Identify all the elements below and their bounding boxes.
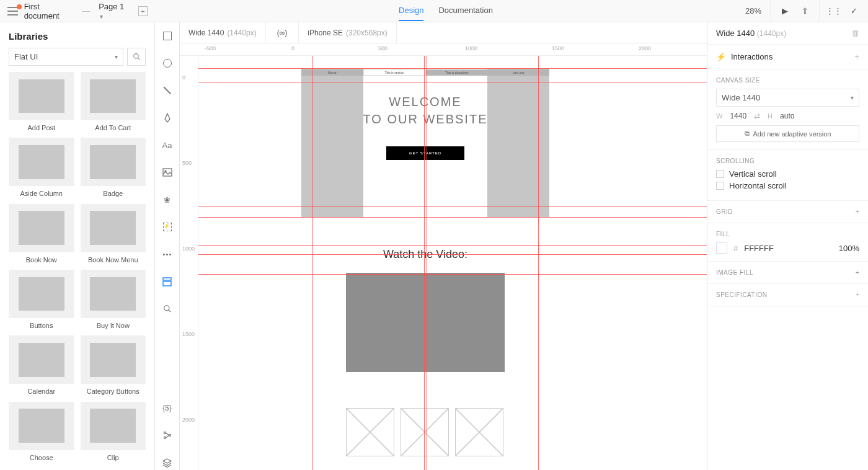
tree-tool[interactable] (160, 428, 175, 443)
interactions-row[interactable]: ⚡ Interactions + (707, 45, 868, 69)
library-item[interactable]: Category Buttons (81, 335, 146, 395)
hotspot-tool[interactable]: ⚡ (160, 219, 175, 234)
library-search-button[interactable] (127, 48, 146, 66)
svg-point-10 (164, 437, 166, 439)
library-item[interactable]: Buttons (9, 270, 74, 329)
tab-documentation[interactable]: Documentation (438, 1, 492, 21)
mock-video (346, 273, 505, 372)
separator: — (82, 6, 90, 16)
svg-point-6 (164, 306, 169, 311)
interactions-label: Interactions (731, 52, 773, 61)
canvas-size-section: Canvas size Wide 1440 ▾ W 1440 ⇄ H auto … (707, 69, 868, 150)
grid-section[interactable]: Grid + (707, 201, 868, 223)
search-tool[interactable] (160, 301, 175, 316)
library-item[interactable]: Calendar (9, 335, 74, 395)
lib-label: Calendar (9, 388, 74, 395)
fill-opacity[interactable]: 100% (839, 244, 859, 253)
page-selector[interactable]: Page 1 ▾ (99, 2, 128, 20)
breakpoint-bar: Wide 1440 (1440px) (∞) iPhone SE (320x56… (180, 22, 707, 43)
play-icon[interactable]: ▶ (779, 6, 790, 17)
image-tool[interactable] (160, 165, 175, 180)
connect-icon[interactable]: ⋮⋮ (828, 6, 839, 17)
rectangle-tool[interactable] (160, 29, 175, 43)
add-icon[interactable]: + (856, 291, 859, 298)
lib-label: Book Now (9, 256, 74, 264)
image-fill-section[interactable]: Image Fill + (707, 262, 868, 284)
library-item[interactable]: Buy It Now (81, 270, 146, 329)
svg-line-7 (168, 310, 170, 313)
mock-hero: WELCOMETO OUR WEBSITE GET STARTED (301, 93, 549, 160)
h-label: H (768, 112, 773, 120)
mock-cta: GET STARTED (386, 146, 464, 160)
selected-name: Wide 1440 (716, 29, 755, 38)
svg-line-1 (138, 58, 140, 60)
scrolling-section: Scrolling Vertical scroll Horizontal scr… (707, 150, 868, 201)
zoom-level[interactable]: 28% (745, 6, 761, 16)
menu-icon[interactable] (7, 7, 18, 16)
section-title: Canvas size (716, 77, 760, 84)
library-item[interactable]: Choose (9, 402, 74, 461)
breakpoint-wide[interactable]: Wide 1440 (1440px) (180, 22, 266, 43)
topbar: First document — Page 1 ▾ + Design Docum… (0, 0, 868, 22)
select-value: Wide 1440 (722, 93, 760, 102)
lib-label: Category Buttons (81, 388, 146, 395)
bp-px: (1440px) (227, 29, 256, 37)
lib-label: Add Post (9, 124, 74, 131)
add-page-button[interactable]: + (138, 6, 148, 16)
specification-section[interactable]: Specification + (707, 284, 868, 306)
add-interaction-icon[interactable]: + (854, 52, 859, 61)
chevron-down-icon: ▾ (100, 13, 103, 20)
library-name: Flat UI (14, 52, 38, 61)
library-item[interactable]: Add Post (9, 72, 74, 131)
h-value[interactable]: auto (780, 112, 794, 120)
library-item[interactable]: Book Now (9, 204, 74, 264)
library-item[interactable]: Book Now Menu (81, 204, 146, 264)
line-tool[interactable] (160, 83, 175, 98)
canvas[interactable]: Home This is section This is dropdown La… (198, 56, 707, 470)
lib-label: Aside Column (9, 190, 74, 197)
library-selector[interactable]: Flat UI ▾ (9, 48, 123, 66)
lib-label: Add To Cart (81, 124, 146, 131)
trash-icon[interactable]: 🗑 (851, 29, 859, 38)
library-item[interactable]: Add To Cart (81, 72, 146, 131)
adaptive-label: Add new adaptive version (753, 130, 831, 138)
mock-placeholders (346, 408, 503, 456)
canvas-area: Wide 1440 (1440px) (∞) iPhone SE (320x56… (180, 22, 707, 470)
text-tool[interactable]: Aa (160, 138, 175, 153)
bolt-icon: ⚡ (716, 52, 726, 61)
check-icon[interactable]: ✓ (848, 6, 859, 17)
horizontal-scroll-checkbox[interactable]: Horizontal scroll (716, 181, 859, 190)
mock-nav: Home This is section This is dropdown La… (301, 69, 549, 76)
pen-tool[interactable] (160, 110, 175, 125)
tab-design[interactable]: Design (399, 1, 423, 21)
add-icon[interactable]: + (856, 208, 859, 215)
document-title[interactable]: First document (24, 2, 74, 20)
svg-rect-5 (163, 282, 171, 286)
swap-icon[interactable]: ⇄ (754, 112, 760, 120)
breakpoint-infinite[interactable]: (∞) (266, 22, 299, 43)
bp-name: iPhone SE (308, 29, 343, 37)
add-icon[interactable]: + (856, 269, 859, 276)
lib-label: Choose (9, 454, 74, 461)
library-item[interactable]: Aside Column (9, 138, 74, 197)
w-value[interactable]: 1440 (730, 112, 746, 120)
breakpoint-iphone[interactable]: iPhone SE (320x568px) (299, 22, 396, 43)
section-title: Image Fill (716, 269, 753, 276)
library-item[interactable]: Clip (81, 402, 146, 461)
libraries-panel: Libraries Flat UI ▾ Add PostAdd To CartA… (0, 22, 155, 470)
ruler-vertical: 0500100015002000 (180, 56, 198, 470)
lib-label: Book Now Menu (81, 256, 146, 264)
export-icon[interactable]: ⇪ (799, 6, 810, 17)
library-item[interactable]: Badge (81, 138, 146, 197)
layers-tool[interactable] (160, 455, 175, 470)
add-adaptive-button[interactable]: ⧉ Add new adaptive version (716, 125, 859, 142)
canvas-size-select[interactable]: Wide 1440 ▾ (716, 89, 859, 107)
fill-swatch[interactable] (716, 242, 727, 254)
ellipse-tool[interactable] (160, 56, 175, 71)
component-tool[interactable]: ❀ (160, 192, 175, 207)
more-tools[interactable] (160, 247, 175, 262)
layout-tool[interactable] (160, 274, 175, 289)
fill-hex[interactable]: FFFFFF (744, 244, 774, 253)
vertical-scroll-checkbox[interactable]: Vertical scroll (716, 169, 859, 179)
variables-tool[interactable]: {$} (160, 401, 175, 415)
